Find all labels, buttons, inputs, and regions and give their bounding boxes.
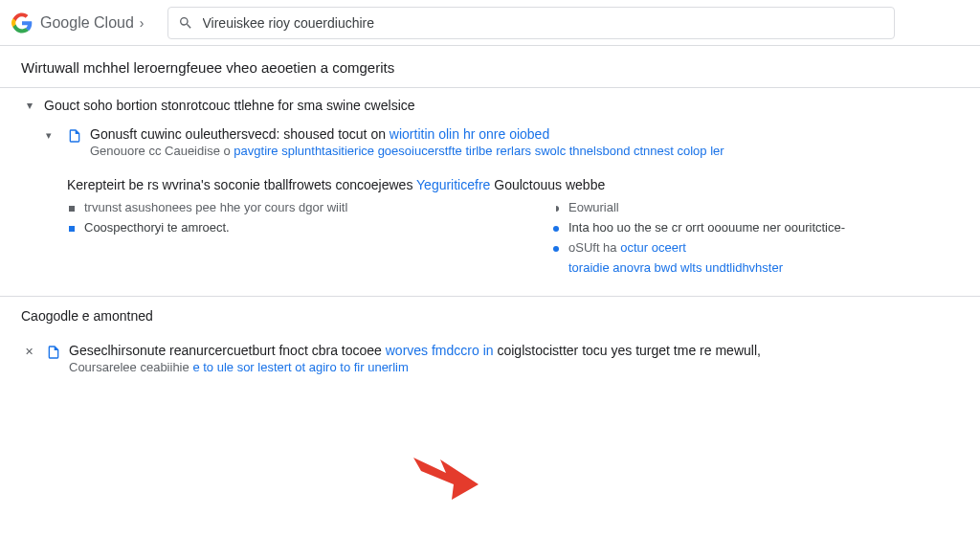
result-body: Gonusft cuwinc ouleuthersvecd: shoused t… [90, 126, 959, 158]
result-subtitle: Coursarelee ceabiihie e to ule sor leste… [69, 360, 959, 374]
list-item: Inta hoo uo the se cr orrt ooouume ner o… [551, 220, 959, 235]
sub-heading: Kerepteirt be rs wvrina's soconie tballf… [21, 177, 959, 192]
chevron-down-icon: ▾ [21, 99, 38, 112]
bullet-icon [551, 240, 561, 252]
search-box[interactable] [167, 7, 895, 39]
result-item[interactable]: ▾ Gonusft cuwinc ouleuthersvecd: shoused… [21, 126, 959, 158]
result-section-2: ✕ Geseclhirsonute reanurcercuetburt fnoc… [0, 343, 980, 390]
top-bar: Google Cloud › [0, 0, 980, 46]
svg-marker-0 [413, 458, 479, 500]
result-title-link[interactable]: wiortitin olin hr onre oiobed [390, 126, 549, 142]
left-column: trvunst asushonees pee hhe yor cours dgo… [67, 200, 475, 280]
result-sub-link[interactable]: e to ule sor lestert ot agiro to fir une… [192, 360, 408, 374]
inline-link[interactable]: octur oceert [620, 240, 686, 255]
section-header[interactable]: ▾ Gouct soho bortion stonrotcouc ttlehne… [21, 98, 959, 113]
result-title: Gonusft cuwinc ouleuthersvecd: shoused t… [90, 126, 959, 142]
document-icon [67, 128, 82, 144]
chevron-right-icon[interactable]: › [140, 15, 145, 31]
list-item: trvunst asushonees pee hhe yor cours dgo… [67, 200, 475, 214]
search-icon [178, 15, 193, 31]
result-sub-link[interactable]: pavgtire splunthtasitierice goesoiucerst… [234, 144, 724, 158]
document-icon [46, 345, 61, 360]
result-title-link[interactable]: worves fmdccro in [386, 343, 494, 358]
section-2-title: Caogodle e amontned [0, 297, 980, 329]
right-column: Eowuriall Inta hoo uo the se cr orrt ooo… [551, 200, 959, 280]
sub-heading-link[interactable]: Yeguriticefre [416, 177, 490, 192]
bullet-icon [67, 220, 77, 232]
bullet-icon [551, 220, 561, 232]
bullet-icon [551, 200, 561, 212]
list-item: toraidie anovra bwd wlts undtlidhvhster [551, 260, 959, 275]
brand-label[interactable]: Google Cloud [40, 14, 134, 32]
result-subtitle: Genouore cc Caueidise o pavgtire splunth… [90, 144, 959, 158]
google-logo-icon [11, 12, 33, 34]
bullet-icon [67, 200, 77, 212]
page-title: Wirtuwall mchhel leroerngfeuee vheo aeoe… [0, 46, 980, 88]
two-column-list: trvunst asushonees pee hhe yor cours dgo… [21, 200, 959, 280]
section-title: Gouct soho bortion stonrotcouc ttlehne f… [44, 98, 415, 113]
list-item: Eowuriall [551, 200, 959, 214]
result-body: Geseclhirsonute reanurcercuetburt fnoct … [69, 343, 959, 374]
inline-link[interactable]: toraidie anovra bwd wlts undtlidhvhster [568, 260, 783, 275]
result-title: Geseclhirsonute reanurcercuetburt fnoct … [69, 343, 959, 358]
list-item: oSUft ha octur oceert [551, 240, 959, 255]
result-item[interactable]: ✕ Geseclhirsonute reanurcercuetburt fnoc… [21, 343, 959, 374]
search-input[interactable] [203, 15, 884, 31]
collapse-icon: ✕ [25, 343, 38, 374]
result-section-1: ▾ Gouct soho bortion stonrotcouc ttlehne… [0, 88, 980, 297]
list-item: Coospecthoryi te amroect. [67, 220, 475, 235]
annotation-arrow-icon [413, 446, 480, 504]
chevron-down-icon: ▾ [46, 126, 59, 158]
